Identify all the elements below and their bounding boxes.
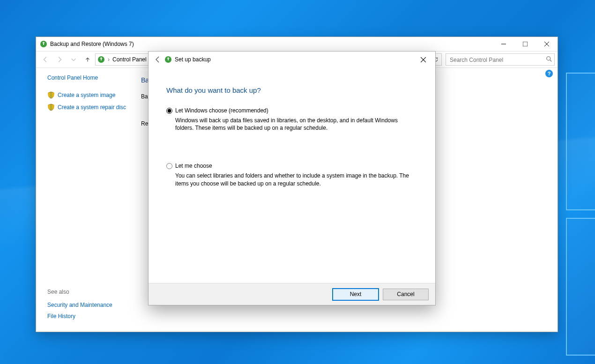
dialog-title: Set up backup [175,56,414,63]
next-button[interactable]: Next [332,288,379,301]
dialog-heading: What do you want to back up? [166,86,417,94]
nav-back-button[interactable] [39,54,52,65]
window-title: Backup and Restore (Windows 7) [50,41,493,47]
titlebar[interactable]: Backup and Restore (Windows 7) [36,37,558,52]
close-icon [421,57,426,62]
search-icon [546,56,552,62]
chevron-right-icon: › [108,56,110,63]
sidebar-item-label: Create a system repair disc [58,104,126,111]
option-windows-choose[interactable]: Let Windows choose (recommended) Windows… [166,107,417,132]
close-button[interactable] [536,37,558,51]
nav-history-button[interactable] [67,54,80,65]
minimize-button[interactable] [493,37,514,51]
option-label: Let Windows choose (recommended) [175,107,268,114]
svg-rect-1 [523,42,528,46]
search-input[interactable] [449,54,545,66]
dialog-titlebar[interactable]: Set up backup [149,52,435,67]
backup-icon [97,56,105,63]
sidebar-item-repair-disc[interactable]: Create a system repair disc [47,104,135,111]
maximize-button[interactable] [514,37,536,51]
sidebar-item-system-image[interactable]: Create a system image [47,91,135,99]
breadcrumb-item[interactable]: Control Panel [112,56,147,63]
backup-icon [164,56,172,63]
svg-point-3 [547,57,550,60]
option-let-me-choose[interactable]: Let me choose You can select libraries a… [166,163,417,187]
sidebar-item-label: Create a system image [58,92,115,98]
arrow-left-icon [154,56,162,63]
option-description: You can select libraries and folders and… [175,172,417,187]
see-also-label: See also [47,289,141,295]
dialog-back-button[interactable] [151,56,164,63]
dialog-body: What do you want to back up? Let Windows… [149,67,435,283]
cancel-button[interactable]: Cancel [383,289,429,300]
setup-backup-dialog: Set up backup What do you want to back u… [148,51,436,305]
radio-windows-choose[interactable] [166,108,172,114]
desktop-accent [566,218,595,356]
see-also-link-security[interactable]: Security and Maintenance [47,302,141,308]
radio-let-me-choose[interactable] [166,163,172,169]
nav-up-button[interactable] [81,54,94,65]
help-icon[interactable]: ? [545,70,553,77]
option-label: Let me choose [175,163,212,169]
backup-icon [40,40,47,48]
see-also-link-filehistory[interactable]: File History [47,313,141,319]
search-box[interactable] [446,53,555,66]
dialog-close-button[interactable] [414,53,432,66]
control-panel-home-link[interactable]: Control Panel Home [47,74,135,81]
nav-forward-button[interactable] [53,54,66,65]
option-description: Windows will back up data files saved in… [175,117,417,132]
dialog-footer: Next Cancel [149,283,435,305]
see-also: See also Security and Maintenance File H… [47,289,141,324]
shield-icon [47,91,55,99]
desktop-accent [566,73,595,210]
shield-icon [47,104,55,111]
